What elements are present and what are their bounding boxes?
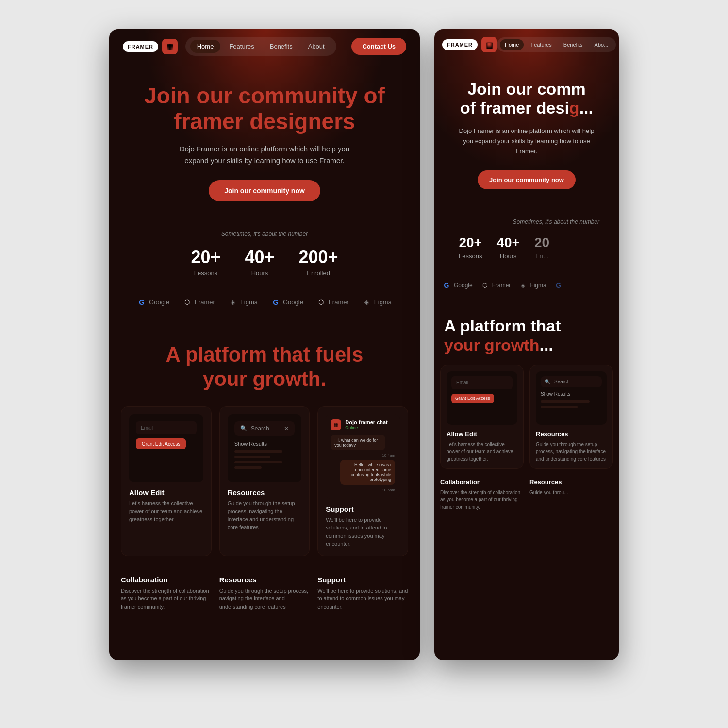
chat-message-1: Hi, what can we do for you today? [331,435,385,450]
resources-feature-desc: Guide you through the setup process, nav… [219,587,310,611]
right-search-icon: 🔍 [545,379,550,384]
right-platform-title: A platform thatyour growth... [434,301,619,365]
nav-links: Home Features Benefits About [185,37,336,56]
right-feature-cards: Email Grant Edit Access Allow Edit Let's… [434,365,619,479]
stats-row: 20+ Lessons 40+ Hours 200+ Enrolled [129,247,400,277]
figma-icon-2: ◈ [363,298,371,307]
right-figma-icon: ◈ [518,281,527,290]
resources-mock: 🔍 Search ✕ Show Results [228,414,302,482]
support-card: ▦ Dojo framer chat Online Hi, what can w… [317,406,408,556]
right-mock-grant: Grant Edit Access [451,394,494,403]
right-join-community-button[interactable]: Join our community now [478,170,576,189]
right-phone-frame: FRAMER ▦ Home Features Benefits Abo... J… [434,29,619,660]
right-stats-section: Sometimes, it's about the number 20+ Les… [434,204,619,269]
support-feature-desc: We'll be here to provide solutions, and … [317,587,408,611]
support-feature-title: Support [317,576,408,584]
nav-about[interactable]: About [301,40,331,53]
mock-line-3 [234,461,283,463]
nav-benefits[interactable]: Benefits [263,40,299,53]
logo-icon: ▦ [162,39,178,54]
brand-framer-2: ⬡ Framer [317,298,349,307]
nav-features[interactable]: Features [222,40,261,53]
resources-card-inner: 🔍 Search ✕ Show Results Resources Guide … [220,407,310,539]
right-brand-figma: ◈ Figma [518,281,546,290]
stat-enrolled: 200+ Enrolled [299,247,338,277]
navbar: FRAMER ▦ Home Features Benefits About Co… [109,29,420,64]
mock-line-2 [234,456,271,458]
right-stat-lessons: 20+ Lessons [459,235,482,260]
figma-icon-1: ◈ [229,298,237,307]
right-stat-enrolled: 20 En... [534,235,549,260]
platform-section-title: A platform that fuels your growth. [109,318,420,406]
allow-edit-card-inner: Email Grant Edit Access Allow Edit Let's… [121,407,211,531]
right-resources-mock: 🔍 Search Show Results [536,371,607,425]
right-google-icon: G [442,281,451,290]
right-resources-desc: Guide you through the setup process, nav… [536,441,607,463]
stat-lessons-number: 20+ [191,247,220,267]
stats-section: Sometimes, it's about the number 20+ Les… [109,216,420,286]
right-hero-section: Join our commof framer desig... Dojo Fra… [434,60,619,204]
right-brands-row: G Google ⬡ Framer ◈ Figma G [434,269,619,301]
brand-google-1: G Google [137,298,169,307]
resources-card: 🔍 Search ✕ Show Results Resources Guide … [219,406,310,556]
right-allow-edit-card: Email Grant Edit Access Allow Edit Let's… [440,365,524,469]
stat-hours-desc: Hours [245,269,274,277]
hero-section: Join our community of framer designers D… [109,64,420,216]
right-stats-row: 20+ Lessons 40+ Hours 20 En... [454,235,599,260]
right-brand-framer: ⬡ Framer [480,281,511,290]
right-resources-feature-title: Resources [529,479,613,486]
brand-figma-2: ◈ Figma [363,298,392,307]
right-resources-feature: Resources Guide you throu... [529,479,613,511]
allow-edit-mock: Email Grant Edit Access [129,414,203,482]
resources-desc: Guide you through the setup process, nav… [228,499,302,531]
resources-feature-title: Resources [219,576,310,584]
mock-grant-btn: Grant Edit Access [136,438,186,449]
search-icon: 🔍 [240,425,247,431]
framer-icon-2: ⬡ [317,298,326,307]
mock-search-bar: 🔍 Search ✕ [234,421,295,436]
stat-hours: 40+ Hours [245,247,274,277]
join-community-button[interactable]: Join our community now [209,180,320,201]
hero-description: Dojo Framer is an online platform which … [172,143,357,166]
right-mock-line-2 [541,406,578,408]
support-card-inner: ▦ Dojo framer chat Online Hi, what can w… [318,407,408,556]
right-collab-feature: Collaboration Discover the strength of c… [440,479,524,511]
nav-home[interactable]: Home [190,40,221,53]
support-title: Support [326,505,400,513]
right-nav-home[interactable]: Home [500,39,524,50]
right-mock-search: 🔍 Search [541,376,602,387]
right-mock-line-1 [541,400,590,403]
framer-icon-1: ⬡ [183,298,192,307]
right-stat-hours: 40+ Hours [496,235,520,260]
right-resources-card: 🔍 Search Show Results Resources Guide yo… [529,365,613,469]
right-allow-edit-desc: Let's harness the collective power of ou… [447,441,517,463]
right-platform-heading: A platform thatyour growth... [444,316,609,356]
right-logo-text: FRAMER [442,39,478,50]
mock-email-field: Email [136,421,197,434]
right-framer-icon: ⬡ [480,281,489,290]
stat-lessons: 20+ Lessons [191,247,220,277]
chat-logo-icon: ▦ [331,419,341,430]
logo: FRAMER ▦ [123,39,178,54]
right-brand-google2: G [554,281,563,290]
right-nav-benefits[interactable]: Benefits [559,39,588,50]
support-desc: We'll be here to provide solutions, and … [326,516,400,548]
resources-feature: Resources Guide you through the setup pr… [219,576,310,611]
mock-line-1 [234,450,283,453]
right-logo-icon: ▦ [481,37,497,52]
right-nav-about[interactable]: Abo... [590,39,613,50]
right-allow-edit-title: Allow Edit [447,430,517,438]
feature-cards: Email Grant Edit Access Allow Edit Let's… [109,406,420,571]
chat-info: Dojo framer chat Online [345,419,387,430]
allow-edit-title: Allow Edit [129,488,203,496]
stat-enrolled-number: 200+ [299,247,338,267]
right-nav-links: Home Features Benefits Abo... [497,37,616,52]
stat-enrolled-desc: Enrolled [299,269,338,277]
contact-us-button[interactable]: Contact Us [351,38,406,55]
right-navbar: FRAMER ▦ Home Features Benefits Abo... [434,29,619,60]
right-nav-features[interactable]: Features [526,39,556,50]
stat-hours-number: 40+ [245,247,274,267]
allow-edit-card: Email Grant Edit Access Allow Edit Let's… [121,406,212,556]
right-logo: FRAMER ▦ [442,37,497,52]
chat-message-2: Hello , while i was i encountered some c… [340,460,395,485]
